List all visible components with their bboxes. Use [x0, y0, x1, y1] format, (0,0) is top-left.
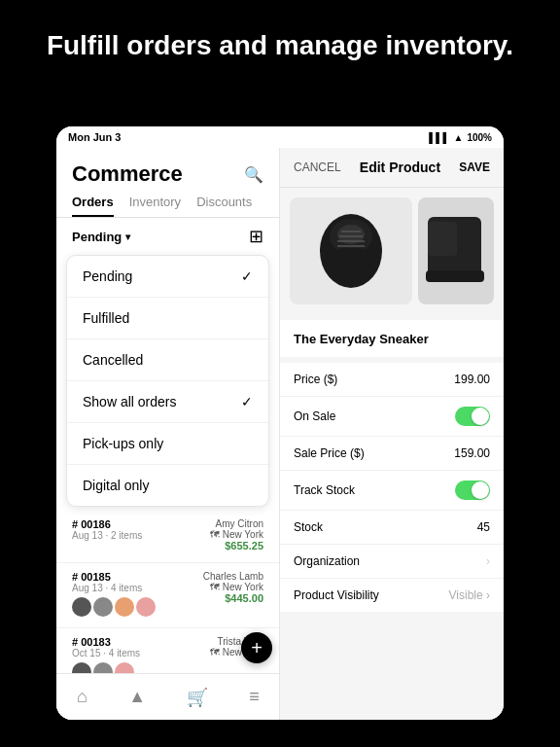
- search-icon[interactable]: 🔍: [244, 165, 263, 184]
- left-panel: Commerce 🔍 Orders Inventory Discounts Pe…: [56, 148, 280, 720]
- left-panel-header: Commerce 🔍: [56, 148, 279, 195]
- avatar-4: [136, 597, 156, 617]
- signal-icon: ▌▌▌: [429, 132, 449, 143]
- avatar-3: [115, 597, 134, 617]
- field-track-stock[interactable]: Track Stock: [280, 471, 504, 511]
- field-price[interactable]: Price ($) 199.00: [280, 363, 504, 397]
- order-date-items: Aug 13 · 2 items: [72, 530, 142, 541]
- field-label-visibility: Product Visibility: [294, 588, 379, 602]
- add-order-icon[interactable]: ⊞: [249, 226, 263, 247]
- product-fields: Price ($) 199.00 On Sale Sale Price ($) …: [280, 363, 504, 612]
- avatar-2: [93, 597, 113, 617]
- save-button[interactable]: SAVE: [459, 160, 490, 174]
- order-item-185[interactable]: # 00185 Aug 13 · 4 items Charles Lamb 🗺 …: [56, 563, 279, 628]
- order-location-185: 🗺 New York: [203, 582, 263, 592]
- right-panel: CANCEL Edit Product SAVE: [280, 148, 504, 720]
- toggle-on-sale[interactable]: [455, 407, 490, 426]
- product-image-thumb: [418, 197, 494, 304]
- svg-rect-9: [426, 270, 484, 282]
- field-value-visibility: Visible ›: [449, 588, 490, 602]
- nav-cart-icon[interactable]: 🛒: [187, 687, 208, 708]
- dropdown-label-cancelled: Cancelled: [83, 352, 143, 368]
- dropdown-item-cancelled[interactable]: Cancelled: [67, 339, 268, 381]
- order-amount-186: $655.25: [210, 540, 263, 551]
- nav-menu-icon[interactable]: ≡: [249, 687, 260, 707]
- field-label-price: Price ($): [294, 373, 337, 386]
- boot-side-svg: [418, 197, 494, 304]
- commerce-title: Commerce: [72, 161, 183, 187]
- fab-button[interactable]: +: [241, 632, 272, 663]
- field-label-track-stock: Track Stock: [294, 483, 355, 497]
- field-organization[interactable]: Organization ›: [280, 545, 504, 579]
- order-item-186[interactable]: # 00186 Aug 13 · 2 items Amy Citron 🗺 Ne…: [56, 511, 279, 563]
- dropdown-item-fulfilled[interactable]: Fulfilled: [67, 298, 268, 339]
- nav-stats-icon[interactable]: ▲: [128, 687, 146, 707]
- field-label-organization: Organization: [294, 554, 360, 568]
- order-location: 🗺 New York: [210, 529, 263, 540]
- order-customer-185: Charles Lamb: [203, 571, 263, 582]
- field-sale-price[interactable]: Sale Price ($) 159.00: [280, 437, 504, 471]
- right-panel-header: CANCEL Edit Product SAVE: [280, 148, 504, 188]
- nav-home-icon[interactable]: ⌂: [77, 687, 88, 707]
- field-product-visibility[interactable]: Product Visibility Visible ›: [280, 579, 504, 612]
- pending-label: Pending: [72, 230, 122, 244]
- field-label-stock: Stock: [294, 520, 323, 534]
- cancel-button[interactable]: CANCEL: [294, 160, 341, 174]
- svg-rect-3: [333, 248, 368, 267]
- dropdown-item-digital[interactable]: Digital only: [67, 465, 268, 506]
- status-time: Mon Jun 3: [68, 131, 121, 143]
- field-value-price: 199.00: [454, 373, 490, 386]
- product-name: The Everyday Sneaker: [294, 332, 429, 346]
- tab-orders[interactable]: Orders: [72, 195, 114, 217]
- bottom-nav: ⌂ ▲ 🛒 ≡: [56, 673, 280, 720]
- order-number-185: # 00185: [72, 571, 156, 583]
- battery-icon: 100%: [467, 132, 492, 143]
- chevron-down-icon: ▾: [125, 231, 130, 242]
- order-customer: Amy Citron: [210, 518, 263, 529]
- product-images: [280, 188, 504, 314]
- nav-tabs: Orders Inventory Discounts: [56, 195, 279, 218]
- dropdown-label-fulfilled: Fulfilled: [83, 310, 129, 326]
- tab-inventory[interactable]: Inventory: [129, 195, 181, 217]
- order-amount-185: $445.00: [203, 592, 263, 604]
- dropdown-item-pending[interactable]: Pending ✓: [67, 256, 268, 298]
- svg-rect-10: [428, 222, 457, 256]
- device-wrapper: Mon Jun 3 ▌▌▌ ▲ 100% Commerce 🔍 Orders I…: [56, 126, 504, 720]
- dropdown-label-digital: Digital only: [83, 478, 149, 493]
- dropdown-item-pickups[interactable]: Pick-ups only: [67, 423, 268, 465]
- tab-discounts[interactable]: Discounts: [196, 195, 252, 217]
- field-on-sale[interactable]: On Sale: [280, 397, 504, 437]
- dropdown-label-show-all: Show all orders: [83, 394, 177, 409]
- product-name-section: The Everyday Sneaker: [280, 320, 504, 357]
- field-value-sale-price: 159.00: [454, 446, 490, 460]
- check-icon-pending: ✓: [241, 268, 253, 284]
- dropdown-item-show-all[interactable]: Show all orders ✓: [67, 381, 268, 423]
- check-icon-show-all: ✓: [241, 394, 253, 409]
- avatar-1: [72, 597, 91, 617]
- wifi-icon: ▲: [454, 132, 464, 143]
- field-value-stock: 45: [477, 520, 490, 534]
- chevron-right-org-icon: ›: [486, 554, 490, 568]
- order-number-183: # 00183: [72, 636, 140, 648]
- product-image-main: [290, 197, 412, 304]
- edit-product-title: Edit Product: [360, 160, 440, 175]
- field-label-on-sale: On Sale: [294, 409, 335, 423]
- dropdown-label-pending: Pending: [83, 268, 132, 284]
- field-stock[interactable]: Stock 45: [280, 511, 504, 545]
- dropdown-menu: Pending ✓ Fulfilled Cancelled Show all o…: [66, 255, 269, 507]
- filter-row: Pending ▾ ⊞: [56, 218, 279, 255]
- pending-filter[interactable]: Pending ▾: [72, 230, 130, 244]
- boot-svg: [302, 207, 400, 295]
- order-number: # 00186: [72, 518, 142, 530]
- order-list: # 00186 Aug 13 · 2 items Amy Citron 🗺 Ne…: [56, 507, 279, 697]
- order-date-items-183: Oct 15 · 4 items: [72, 648, 140, 658]
- dropdown-label-pickups: Pick-ups only: [83, 436, 163, 451]
- status-bar: Mon Jun 3 ▌▌▌ ▲ 100%: [56, 126, 504, 148]
- field-label-sale-price: Sale Price ($): [294, 446, 365, 460]
- hero-title: Fulfill orders and manage inventory.: [0, 0, 560, 82]
- status-icons: ▌▌▌ ▲ 100%: [429, 132, 492, 143]
- order-date-items-185: Aug 13 · 4 items: [72, 583, 156, 593]
- toggle-track-stock[interactable]: [455, 480, 490, 500]
